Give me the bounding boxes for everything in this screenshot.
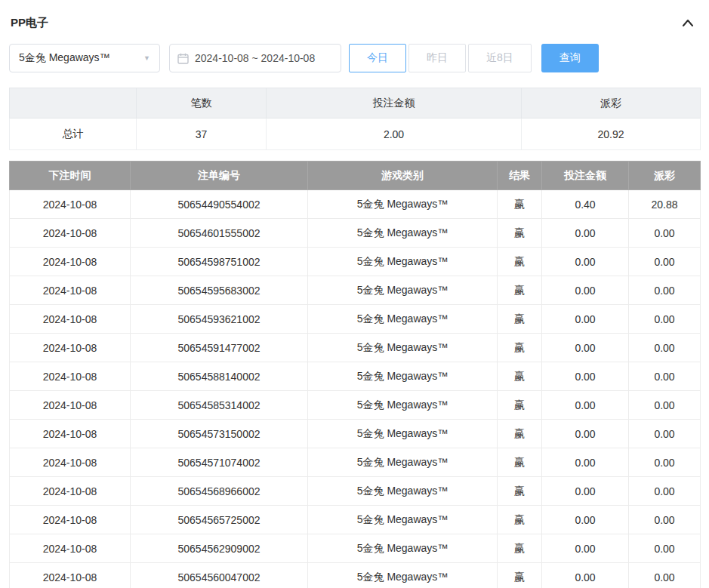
cell-time: 2024-10-08 (10, 219, 131, 248)
cell-payout: 0.00 (629, 391, 701, 420)
cell-result: 赢 (498, 477, 542, 506)
cell-order_no: 50654568966002 (131, 477, 308, 506)
quick-range-yesterday-button[interactable]: 昨日 (408, 44, 466, 72)
header-payout: 派彩 (629, 162, 701, 190)
cell-bet: 0.00 (542, 362, 629, 391)
cell-bet: 0.40 (542, 190, 629, 219)
cell-order_no: 50654571074002 (131, 448, 308, 477)
cell-bet: 0.00 (542, 477, 629, 506)
cell-result: 赢 (498, 190, 542, 219)
summary-header-payout: 派彩 (522, 88, 701, 119)
cell-payout: 0.00 (629, 276, 701, 305)
cell-payout: 0.00 (629, 563, 701, 588)
table-row: 2024-10-08506546015550025金兔 Megaways™赢0.… (10, 219, 701, 248)
summary-total-count: 37 (137, 119, 267, 150)
cell-order_no: 50654593621002 (131, 305, 308, 334)
table-row: 2024-10-08506545914770025金兔 Megaways™赢0.… (10, 334, 701, 362)
cell-result: 赢 (498, 420, 542, 448)
cell-game: 5金兔 Megaways™ (308, 190, 498, 219)
cell-payout: 0.00 (629, 362, 701, 391)
quick-range-group: 今日 昨日 近8日 (349, 44, 532, 72)
panel-header: PP电子 (9, 8, 700, 42)
cell-bet: 0.00 (542, 305, 629, 334)
bet-table-body: 2024-10-08506544905540025金兔 Megaways™赢0.… (10, 190, 701, 588)
cell-payout: 0.00 (629, 219, 701, 248)
cell-bet: 0.00 (542, 276, 629, 305)
cell-game: 5金兔 Megaways™ (308, 391, 498, 420)
table-row: 2024-10-08506545881400025金兔 Megaways™赢0.… (10, 362, 701, 391)
cell-payout: 0.00 (629, 534, 701, 563)
cell-game: 5金兔 Megaways™ (308, 420, 498, 448)
cell-time: 2024-10-08 (10, 448, 131, 477)
header-order-no: 注单编号 (131, 162, 308, 190)
cell-game: 5金兔 Megaways™ (308, 362, 498, 391)
chevron-up-icon (682, 19, 694, 26)
cell-game: 5金兔 Megaways™ (308, 448, 498, 477)
cell-time: 2024-10-08 (10, 391, 131, 420)
cell-result: 赢 (498, 248, 542, 276)
calendar-icon (177, 53, 189, 64)
cell-time: 2024-10-08 (10, 305, 131, 334)
cell-bet: 0.00 (542, 506, 629, 534)
cell-order_no: 50654591477002 (131, 334, 308, 362)
bet-table: 下注时间 注单编号 游戏类别 结果 投注金额 派彩 2024-10-085065… (9, 161, 701, 588)
cell-payout: 0.00 (629, 448, 701, 477)
cell-payout: 0.00 (629, 305, 701, 334)
cell-result: 赢 (498, 334, 542, 362)
cell-result: 赢 (498, 563, 542, 588)
cell-time: 2024-10-08 (10, 506, 131, 534)
cell-result: 赢 (498, 391, 542, 420)
cell-time: 2024-10-08 (10, 276, 131, 305)
cell-bet: 0.00 (542, 248, 629, 276)
quick-range-last8days-button[interactable]: 近8日 (468, 44, 532, 72)
cell-time: 2024-10-08 (10, 477, 131, 506)
date-range-input[interactable]: 2024-10-08 ~ 2024-10-08 (169, 44, 341, 72)
cell-time: 2024-10-08 (10, 534, 131, 563)
summary-header-row: 笔数 投注金额 派彩 (10, 88, 701, 119)
cell-order_no: 50654562909002 (131, 534, 308, 563)
cell-bet: 0.00 (542, 448, 629, 477)
cell-bet: 0.00 (542, 219, 629, 248)
header-bet-amount: 投注金额 (542, 162, 629, 190)
table-row: 2024-10-08506545689660025金兔 Megaways™赢0.… (10, 477, 701, 506)
cell-result: 赢 (498, 276, 542, 305)
cell-order_no: 50654573150002 (131, 420, 308, 448)
table-row: 2024-10-08506545600470025金兔 Megaways™赢0.… (10, 563, 701, 588)
game-select[interactable]: 5金兔 Megaways™ ▼ (9, 44, 160, 72)
table-row: 2024-10-08506545853140025金兔 Megaways™赢0.… (10, 391, 701, 420)
summary-header-count: 笔数 (137, 88, 267, 119)
table-row: 2024-10-08506545936210025金兔 Megaways™赢0.… (10, 305, 701, 334)
cell-payout: 20.88 (629, 190, 701, 219)
cell-time: 2024-10-08 (10, 420, 131, 448)
cell-order_no: 50654565725002 (131, 506, 308, 534)
collapse-button[interactable] (679, 14, 697, 32)
cell-result: 赢 (498, 362, 542, 391)
cell-result: 赢 (498, 219, 542, 248)
summary-total-payout: 20.92 (522, 119, 701, 150)
table-row: 2024-10-08506545987510025金兔 Megaways™赢0.… (10, 248, 701, 276)
quick-range-today-button[interactable]: 今日 (349, 44, 406, 72)
caret-down-icon: ▼ (143, 55, 150, 62)
table-row: 2024-10-08506545629090025金兔 Megaways™赢0.… (10, 534, 701, 563)
game-select-value: 5金兔 Megaways™ (19, 51, 110, 65)
summary-total-row: 总计 37 2.00 20.92 (10, 119, 701, 150)
pp-electronic-panel: PP电子 5金兔 Megaways™ ▼ 2024-1 (0, 0, 709, 588)
cell-game: 5金兔 Megaways™ (308, 477, 498, 506)
cell-time: 2024-10-08 (10, 190, 131, 219)
cell-result: 赢 (498, 534, 542, 563)
search-button[interactable]: 查询 (541, 44, 599, 72)
header-result: 结果 (498, 162, 542, 190)
cell-order_no: 50654585314002 (131, 391, 308, 420)
header-bet-time: 下注时间 (10, 162, 131, 190)
filter-bar: 5金兔 Megaways™ ▼ 2024-10-08 ~ 2024-10-08 … (9, 44, 700, 72)
summary-table: 笔数 投注金额 派彩 总计 37 2.00 20.92 (9, 88, 701, 150)
cell-payout: 0.00 (629, 506, 701, 534)
cell-order_no: 50654595683002 (131, 276, 308, 305)
summary-header-empty (10, 88, 137, 119)
table-row: 2024-10-08506545657250025金兔 Megaways™赢0.… (10, 506, 701, 534)
cell-game: 5金兔 Megaways™ (308, 248, 498, 276)
summary-total-bet: 2.00 (267, 119, 522, 150)
cell-game: 5金兔 Megaways™ (308, 563, 498, 588)
cell-game: 5金兔 Megaways™ (308, 305, 498, 334)
cell-payout: 0.00 (629, 248, 701, 276)
